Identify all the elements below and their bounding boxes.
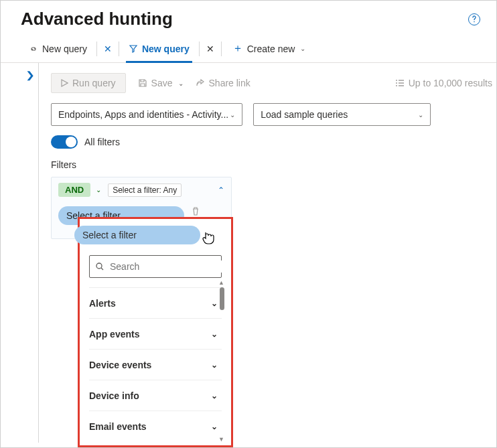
chevron-down-icon[interactable]: ⌄ <box>96 186 101 194</box>
chevron-down-icon: ⌄ <box>230 111 235 119</box>
play-icon <box>61 79 68 87</box>
run-query-label: Run query <box>72 78 116 88</box>
chevron-up-icon[interactable]: ⌃ <box>218 185 224 195</box>
search-icon <box>95 262 104 271</box>
tab-separator <box>96 42 97 56</box>
category-label: Device info <box>89 390 139 401</box>
chevron-down-icon: ⌄ <box>418 111 423 119</box>
category-label: Email events <box>89 421 147 432</box>
filters-section-label: Filters <box>51 159 494 170</box>
share-label: Share link <box>209 78 251 88</box>
sample-queries-dropdown[interactable]: Load sample queries ⌄ <box>253 103 431 126</box>
page-title: Advanced hunting <box>21 9 173 29</box>
save-label: Save <box>151 78 173 88</box>
scrollbar-thumb[interactable] <box>220 287 224 310</box>
save-button[interactable]: Save ⌄ <box>138 78 184 88</box>
chevron-down-icon: ⌄ <box>211 391 218 400</box>
category-label: Alerts <box>89 298 116 309</box>
share-link-button[interactable]: Share link <box>196 78 251 88</box>
chevron-down-icon: ⌄ <box>211 329 218 339</box>
link-icon <box>29 44 38 54</box>
tab-label: New query <box>142 44 190 54</box>
filter-category-app-events[interactable]: App events ⌄ <box>89 318 222 349</box>
select-filter-pill[interactable]: Select a filter <box>74 226 200 244</box>
query-toolbar: Run query Save ⌄ Share link Up to 10,00 <box>51 70 494 96</box>
condition-operator-pill[interactable]: AND <box>58 183 90 197</box>
filter-category-list: ▲ Alerts ⌄ App events ⌄ Device events ⌄ … <box>89 287 222 441</box>
chevron-down-icon: ⌄ <box>178 80 184 87</box>
share-icon <box>196 78 205 88</box>
help-icon[interactable] <box>468 13 480 25</box>
run-query-button[interactable]: Run query <box>51 73 126 93</box>
scope-dropdown-label: Endpoints, Apps and identities - Activit… <box>58 109 228 120</box>
tab-separator <box>199 42 200 56</box>
svg-point-0 <box>474 21 475 22</box>
plus-icon: ＋ <box>232 42 243 56</box>
close-tab-icon[interactable]: ✕ <box>206 44 214 54</box>
all-filters-label: All filters <box>84 137 120 147</box>
toggle-knob <box>66 137 76 147</box>
create-new-button[interactable]: ＋ Create new ⌄ <box>228 35 310 62</box>
chevron-down-icon: ⌄ <box>211 422 218 431</box>
category-label: App events <box>89 329 139 340</box>
all-filters-toggle[interactable] <box>51 135 78 149</box>
create-new-label: Create new <box>247 44 295 54</box>
filter-category-alerts[interactable]: Alerts ⌄ <box>89 287 222 318</box>
tab-separator <box>221 42 222 56</box>
scroll-up-icon[interactable]: ▲ <box>218 279 224 286</box>
filter-funnel-icon <box>129 44 138 54</box>
close-tab-icon[interactable]: ✕ <box>104 44 112 54</box>
tab-separator <box>119 42 119 56</box>
scope-dropdown[interactable]: Endpoints, Apps and identities - Activit… <box>51 103 242 126</box>
scroll-down-icon[interactable]: ▼ <box>218 436 224 443</box>
filter-search-box[interactable] <box>89 255 222 278</box>
sample-queries-label: Load sample queries <box>261 109 348 120</box>
tab-label: New query <box>42 44 87 54</box>
category-label: Device events <box>89 360 151 370</box>
results-limit-label: Up to 10,000 results <box>409 78 492 88</box>
chevron-down-icon: ⌄ <box>211 360 218 370</box>
delete-icon[interactable] <box>191 206 200 216</box>
condition-hint-tooltip: Select a filter: Any <box>108 183 182 197</box>
save-icon <box>138 78 147 88</box>
expand-panel-icon[interactable]: ❯ <box>25 70 35 80</box>
tab-new-query-2[interactable]: New query <box>126 35 192 62</box>
tab-new-query-1[interactable]: New query <box>26 35 90 62</box>
filter-category-email-events[interactable]: Email events ⌄ <box>89 410 222 441</box>
filter-search-input[interactable] <box>109 260 228 273</box>
list-icon <box>395 79 405 87</box>
results-limit: Up to 10,000 results <box>395 78 494 88</box>
chevron-down-icon: ⌄ <box>211 299 218 308</box>
filter-category-device-events[interactable]: Device events ⌄ <box>89 349 222 380</box>
svg-point-1 <box>96 263 102 269</box>
chevron-down-icon: ⌄ <box>300 45 305 52</box>
select-filter-label: Select a filter <box>82 230 137 240</box>
filter-category-panel: Select a filter ▲ Alerts ⌄ App events ⌄ … <box>78 217 233 447</box>
filter-category-device-info[interactable]: Device info ⌄ <box>89 380 222 410</box>
tab-bar: New query ✕ New query ✕ ＋ Create new ⌄ <box>1 35 496 63</box>
